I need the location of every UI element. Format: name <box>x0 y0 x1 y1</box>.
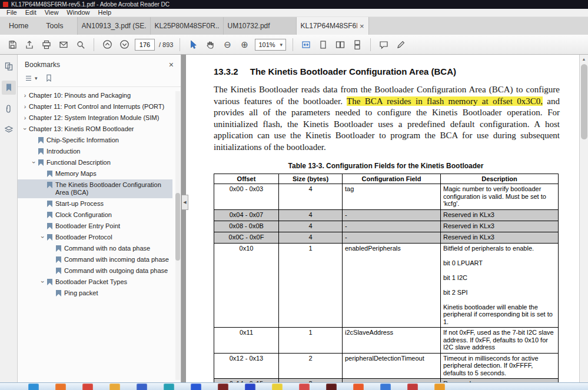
bookmark-item[interactable]: Chip-Specific Information <box>18 135 172 146</box>
fit-width-icon[interactable] <box>300 38 313 52</box>
vertical-scrollbar[interactable]: ▲ <box>579 55 588 382</box>
table-row: 0x00 - 0x034tagMagic number to verify bo… <box>214 184 559 210</box>
document-tab[interactable]: AN10913_3.pdf (SE... <box>77 17 150 35</box>
zoom-in-icon[interactable]: ⊕ <box>238 38 251 52</box>
bookmark-item[interactable]: ›Chapter 11: Port Control and Interrupts… <box>18 101 172 112</box>
expand-chevron-icon[interactable]: › <box>21 103 29 110</box>
taskbar-app-icon[interactable] <box>353 384 364 390</box>
tab-close-icon[interactable]: × <box>360 22 364 31</box>
bookmark-item[interactable]: ›Functional Description <box>18 157 172 168</box>
taskbar-app-icon[interactable] <box>380 384 391 390</box>
page-thumbnails-icon[interactable] <box>2 59 16 74</box>
taskbar-app-icon[interactable] <box>82 384 93 390</box>
taskbar-app-icon[interactable] <box>407 384 418 390</box>
taskbar-app-icon[interactable] <box>434 384 445 390</box>
menu-window[interactable]: Window <box>62 9 94 16</box>
taskbar-app-icon[interactable] <box>55 384 66 390</box>
document-tab[interactable]: UM10732.pdf <box>223 17 296 35</box>
expand-current-bookmark-icon[interactable] <box>45 74 53 82</box>
taskbar-app-icon[interactable] <box>218 384 228 390</box>
collapse-chevron-icon[interactable]: › <box>39 278 46 286</box>
bookmark-item[interactable]: ›Chapter 12: System Integration Module (… <box>18 112 172 124</box>
bookmark-item[interactable]: Introduction <box>18 146 172 157</box>
scrolling-view-icon[interactable] <box>351 38 364 52</box>
collapse-chevron-icon[interactable]: › <box>39 234 46 241</box>
taskbar-app-icon[interactable] <box>326 384 337 390</box>
close-panel-icon[interactable]: × <box>169 60 174 69</box>
hand-tool-icon[interactable] <box>204 38 217 52</box>
taskbar-app-icon[interactable] <box>28 384 39 390</box>
bookmarks-scrollbar-thumb[interactable] <box>175 193 180 261</box>
taskbar-app-icon[interactable] <box>191 384 201 390</box>
select-tool-icon[interactable] <box>187 38 200 52</box>
layers-icon[interactable] <box>2 123 16 137</box>
zoom-out-icon[interactable]: ⊖ <box>221 38 234 52</box>
scroll-up-icon[interactable]: ▲ <box>580 55 588 63</box>
toolbar-separator <box>94 38 94 51</box>
bookmark-label: Chapter 12: System Integration Module (S… <box>29 114 172 122</box>
bookmark-item[interactable]: Command with no data phase <box>18 243 172 254</box>
menu-file[interactable]: File <box>2 9 21 16</box>
bookmark-item[interactable]: ›Chapter 13: Kinetis ROM Bootloader <box>18 124 172 135</box>
panel-collapse-icon[interactable]: ◀ <box>182 195 188 210</box>
taskbar-app-icon[interactable] <box>272 384 283 390</box>
section-number: 13.3.2 <box>214 66 238 76</box>
scrollbar-thumb[interactable] <box>581 64 587 139</box>
email-icon[interactable] <box>57 38 70 52</box>
zoom-level-select[interactable]: 101% ▾ <box>255 39 286 51</box>
expand-chevron-icon[interactable]: › <box>21 92 29 99</box>
highlight-icon[interactable] <box>394 38 407 52</box>
single-page-view-icon[interactable] <box>317 38 330 52</box>
bookmark-icon <box>47 212 52 218</box>
bookmarks-panel-icon[interactable] <box>2 81 16 95</box>
menu-help[interactable]: Help <box>94 9 115 16</box>
menu-edit[interactable]: Edit <box>21 9 41 16</box>
search-icon[interactable] <box>74 38 87 52</box>
table-cell-desc: Reserved in KLx3 <box>441 221 559 232</box>
page-number-input[interactable] <box>135 39 155 51</box>
document-tab[interactable]: KL25P80M48SF0R... <box>150 17 223 35</box>
next-page-icon[interactable] <box>118 38 131 52</box>
taskbar-app-icon[interactable] <box>137 384 147 390</box>
menu-view[interactable]: View <box>41 9 63 16</box>
tab-home[interactable]: Home <box>0 17 37 35</box>
taskbar-app-icon[interactable] <box>299 384 310 390</box>
attachments-icon[interactable] <box>2 102 16 116</box>
bookmark-item[interactable]: Bootloader Entry Point <box>18 221 172 232</box>
table-cell-desc: Magic number to verify bootloader config… <box>441 184 559 210</box>
collapse-chevron-icon[interactable]: › <box>22 125 29 133</box>
bookmark-item[interactable]: ›Bootloader Packet Types <box>18 276 172 288</box>
bookmark-item[interactable]: Memory Maps <box>18 168 172 179</box>
bookmark-item[interactable]: Ping packet <box>18 288 172 299</box>
taskbar-app-icon[interactable] <box>164 384 174 390</box>
bookmark-item[interactable]: The Kinetis Bootloader Configuration Are… <box>18 179 172 198</box>
table-cell-desc: Reserved in KLx3 <box>441 232 559 243</box>
bookmark-item[interactable]: ›Bootloader Protocol <box>18 232 172 243</box>
table-cell-field: - <box>343 221 441 232</box>
save-icon[interactable] <box>6 38 19 52</box>
bookmark-item[interactable]: Command with incoming data phase <box>18 254 172 265</box>
table-cell-offset: 0x11 <box>214 328 279 354</box>
document-tab[interactable]: KL17P64M48SF6R...× <box>296 17 369 35</box>
table-cell-size: 2 <box>279 379 343 383</box>
bookmark-item[interactable]: ›Chapter 10: Pinouts and Packaging <box>18 90 172 101</box>
bookmark-item[interactable]: Command with outgoing data phase <box>18 265 172 276</box>
comment-icon[interactable] <box>377 38 390 52</box>
print-icon[interactable] <box>40 38 53 52</box>
table-header-cell: Description <box>441 174 559 184</box>
tab-tools[interactable]: Tools <box>37 17 72 35</box>
share-icon[interactable] <box>23 38 36 52</box>
previous-page-icon[interactable] <box>101 38 114 52</box>
expand-chevron-icon[interactable]: › <box>21 114 29 121</box>
table-cell-offset: 0x12 - 0x13 <box>214 353 279 379</box>
taskbar-app-icon[interactable] <box>109 384 120 390</box>
bookmark-options-icon[interactable]: ▾ <box>25 74 38 82</box>
two-page-view-icon[interactable] <box>334 38 347 52</box>
bookmark-item[interactable]: Start-up Process <box>18 198 172 209</box>
collapse-chevron-icon[interactable]: › <box>31 159 38 166</box>
bookmark-icon <box>47 201 52 207</box>
taskbar-app-icon[interactable] <box>245 384 255 390</box>
bookmark-label: Bootloader Protocol <box>55 234 172 241</box>
bookmark-item[interactable]: Clock Configuration <box>18 209 172 221</box>
toolbar-separator <box>370 38 371 51</box>
